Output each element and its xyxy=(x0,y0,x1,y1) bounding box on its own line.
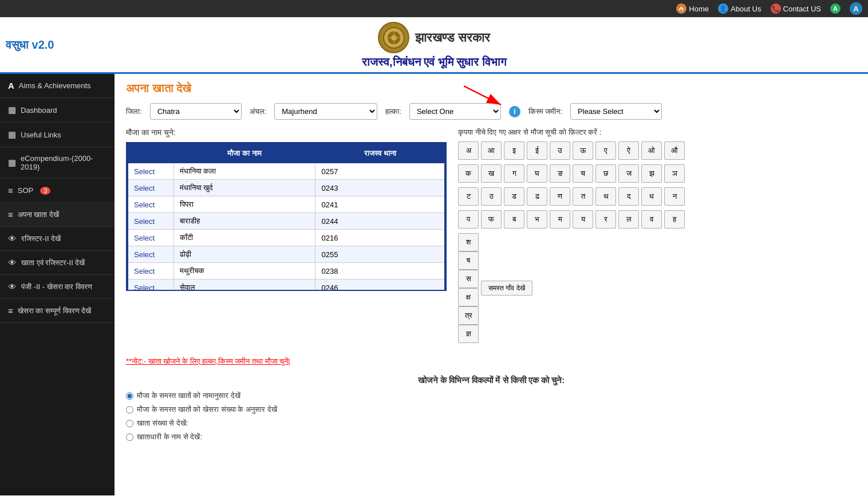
select-link[interactable]: Select xyxy=(134,250,155,259)
select-link[interactable]: Select xyxy=(134,167,155,176)
mauza-table-wrapper[interactable]: मौजा का नाम राजस्व थाना Select मंधानिया … xyxy=(126,142,447,291)
kism-select[interactable]: Please Select xyxy=(570,103,662,120)
char-filter-btn[interactable]: ण xyxy=(550,187,570,206)
about-link[interactable]: 👤 About Us xyxy=(718,3,761,14)
font-size-small-icon[interactable]: A xyxy=(830,3,841,14)
select-link[interactable]: Select xyxy=(134,217,155,226)
char-filter-btn[interactable]: औ xyxy=(664,141,685,160)
content-area: अपना खाता देखे जिला: Chatra अंचल: xyxy=(115,74,868,495)
char-filter-btn[interactable]: ड xyxy=(504,187,524,206)
sidebar-item-sop[interactable]: ≡ SOP 3 xyxy=(0,179,115,203)
sidebar-item-aims[interactable]: A Aims & Achievements xyxy=(0,74,115,98)
sidebar-item-dashboard[interactable]: ▦ Dashboard xyxy=(0,98,115,123)
sidebar-item-panji2[interactable]: 👁 पंजी -II - खेसरा वार विवरण xyxy=(0,275,115,299)
char-filter-btn[interactable]: झ xyxy=(641,164,662,183)
char-filter-btn[interactable]: ख xyxy=(481,164,502,183)
contact-link[interactable]: 📞 Contact US xyxy=(771,3,821,14)
char-filter-btn[interactable]: ध xyxy=(641,187,662,206)
char-filter-btn[interactable]: त्र xyxy=(458,306,479,325)
char-filter-btn[interactable]: अ xyxy=(458,141,479,160)
char-filter-btn[interactable]: ऐ xyxy=(618,141,639,160)
useful-links-icon: ▦ xyxy=(8,129,16,140)
char-filter-btn[interactable]: द xyxy=(618,187,639,206)
char-filter-btn[interactable]: य xyxy=(573,210,593,229)
about-label: About Us xyxy=(731,5,761,13)
char-filter-btn[interactable]: र xyxy=(595,210,616,229)
char-filter-btn[interactable]: ज xyxy=(618,164,639,183)
app-brand: वसुधा v2.0 xyxy=(6,38,54,52)
char-filter-btn[interactable]: ग xyxy=(504,164,524,183)
select-link[interactable]: Select xyxy=(134,184,155,192)
char-filter-btn[interactable]: ल xyxy=(618,210,639,229)
char-filter-btn[interactable]: क xyxy=(458,164,479,183)
search-radio-label: मौजा के समस्त खातों को खेसरा संख्या के अ… xyxy=(137,405,277,414)
char-filter-btn[interactable]: ठ xyxy=(481,187,502,206)
sidebar-item-khata-register2[interactable]: 👁 खाता एवं रजिस्टर-II देखें xyxy=(0,251,115,275)
info-icon[interactable]: i xyxy=(509,106,520,117)
char-filter-btn[interactable]: ढ xyxy=(527,187,547,206)
ecompendium-icon: ▦ xyxy=(8,158,16,168)
jila-select[interactable]: Chatra xyxy=(150,103,242,120)
sidebar-item-ecompendium[interactable]: ▦ eCompendium-(2000-2019) xyxy=(0,147,115,179)
char-filter-btn[interactable]: ह xyxy=(664,210,685,229)
sidebar-item-register2[interactable]: 👁 रजिस्टर-II देखें xyxy=(0,227,115,251)
char-filter-btn[interactable]: ओ xyxy=(641,141,662,160)
about-icon: 👤 xyxy=(718,3,728,14)
filter-row: जिला: Chatra अंचल: Majurhend हल्का: Sele… xyxy=(126,103,857,120)
char-filter-btn[interactable]: छ xyxy=(595,164,616,183)
char-filter-btn[interactable]: श xyxy=(458,233,479,251)
char-filter-btn[interactable]: ए xyxy=(595,141,616,160)
char-filter-btn[interactable]: फ xyxy=(481,210,502,229)
char-filter-btn[interactable]: आ xyxy=(481,141,502,160)
char-filter-btn[interactable]: इ xyxy=(504,141,524,160)
search-radio-input[interactable] xyxy=(126,406,133,414)
header-logo-row: झारखण्ड सरकार xyxy=(378,22,490,53)
char-filter-btn[interactable]: म xyxy=(550,210,570,229)
char-row-4: पफबभमयरलवह xyxy=(458,210,857,229)
char-filter-btn[interactable]: ई xyxy=(527,141,547,160)
char-row-5: शषसक्षत्रज्ञ समस्त गाँव देखें xyxy=(458,233,857,343)
mauza-name: ढोढ़ी xyxy=(173,246,315,263)
search-section-title: खोजने के विभिन्न विकल्पों में से किसी एक… xyxy=(126,375,857,385)
search-radio-input[interactable] xyxy=(126,392,133,400)
show-all-button[interactable]: समस्त गाँव देखें xyxy=(481,281,532,296)
char-filter-btn[interactable]: ष xyxy=(458,251,479,270)
rajasva-thana: 0238 xyxy=(315,263,445,280)
char-filter-btn[interactable]: च xyxy=(573,164,593,183)
search-radio-input[interactable] xyxy=(126,420,133,427)
halka-label: हल्का: xyxy=(385,107,401,116)
char-filter-btn[interactable]: त xyxy=(573,187,593,206)
sidebar-item-useful-links[interactable]: ▦ Useful Links xyxy=(0,123,115,147)
char-filter-btn[interactable]: न xyxy=(664,187,685,206)
font-size-large-icon[interactable]: A xyxy=(850,2,862,15)
char-filter-btn[interactable]: प xyxy=(458,210,479,229)
select-link[interactable]: Select xyxy=(134,200,155,209)
char-filter-btn[interactable]: ज्ञ xyxy=(458,325,479,343)
home-link[interactable]: 🏠 Home xyxy=(676,3,709,14)
sidebar-item-apna-khata[interactable]: ≡ अपना खाता देखें xyxy=(0,203,115,227)
halka-select[interactable]: Select One xyxy=(409,103,501,120)
char-filter-btn[interactable]: स xyxy=(458,270,479,288)
char-filter-btn[interactable]: ञ xyxy=(664,164,685,183)
char-filter-btn[interactable]: क्ष xyxy=(458,288,479,306)
char-filter-btn[interactable]: घ xyxy=(527,164,547,183)
anchal-select[interactable]: Majurhend xyxy=(274,103,377,120)
contact-icon: 📞 xyxy=(771,3,781,14)
search-radio-input[interactable] xyxy=(126,434,133,441)
khata-register2-icon: 👁 xyxy=(8,258,17,267)
top-bar: 🏠 Home 👤 About Us 📞 Contact US A A xyxy=(0,0,868,17)
select-link[interactable]: Select xyxy=(134,267,155,275)
char-filter-btn[interactable]: ब xyxy=(504,210,524,229)
char-filter-btn[interactable]: ट xyxy=(458,187,479,206)
char-filter-btn[interactable]: ङ xyxy=(550,164,570,183)
select-link[interactable]: Select xyxy=(134,284,155,292)
char-filter-btn[interactable]: भ xyxy=(527,210,547,229)
char-filter-btn[interactable]: ऊ xyxy=(573,141,593,160)
sidebar-item-khesra[interactable]: ≡ खेसरा का सम्पूर्ण विवरण देखें xyxy=(0,299,115,323)
char-filter-btn[interactable]: व xyxy=(641,210,662,229)
sidebar-item-khata-register2-label: खाता एवं रजिस्टर-II देखें xyxy=(21,258,85,267)
select-link[interactable]: Select xyxy=(134,234,155,242)
kism-label: किस्म जमीन: xyxy=(528,107,562,116)
char-filter-btn[interactable]: थ xyxy=(595,187,616,206)
char-filter-btn[interactable]: उ xyxy=(550,141,570,160)
